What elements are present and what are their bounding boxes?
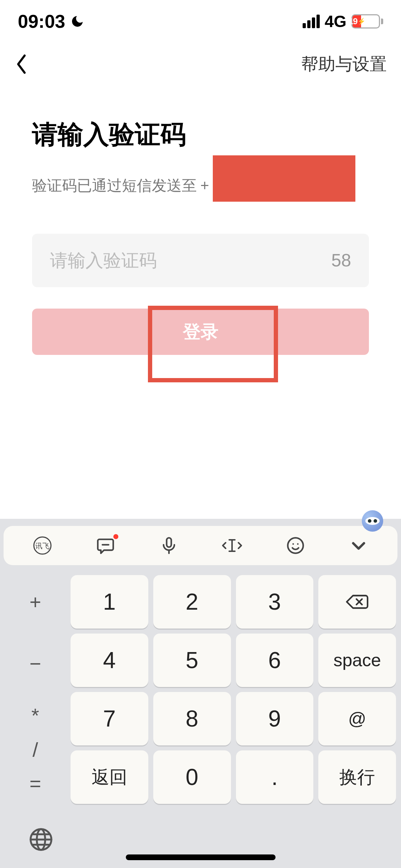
phone-prefix: + — [200, 177, 209, 194]
key-6[interactable]: 6 — [236, 634, 314, 687]
page-title: 请输入验证码 — [32, 118, 369, 152]
battery-bolt: ⚡ — [358, 17, 365, 25]
ime-brand-icon: 讯飞 — [32, 536, 52, 556]
annotation-frame — [148, 306, 278, 382]
globe-icon — [29, 827, 53, 852]
key-3[interactable]: 3 — [236, 575, 314, 629]
cursor-control-button[interactable] — [221, 535, 243, 556]
resend-countdown: 58 — [331, 250, 351, 271]
svg-point-8 — [288, 538, 303, 553]
chevron-down-icon — [349, 536, 368, 555]
ime-brand-button[interactable]: 讯飞 — [32, 535, 53, 556]
chevron-left-icon — [14, 53, 29, 75]
key-7[interactable]: 7 — [71, 692, 148, 745]
assistant-avatar-icon[interactable] — [362, 510, 383, 532]
network-type: 4G — [325, 12, 346, 31]
key-4[interactable]: 4 — [71, 634, 148, 687]
svg-rect-3 — [166, 538, 171, 547]
phone-redaction-block — [213, 155, 355, 202]
emoji-icon — [286, 536, 305, 555]
signal-icon — [303, 15, 320, 28]
key-5[interactable]: 5 — [153, 634, 231, 687]
voice-input-button[interactable] — [158, 535, 180, 556]
key-plus[interactable]: + — [5, 575, 66, 629]
key-minus-label: − — [30, 652, 41, 675]
key-at[interactable]: @ — [318, 692, 396, 745]
keyboard-grid: + 1 2 3 − * 4 5 6 space 7 8 9 @ / = 返回 0… — [0, 570, 401, 811]
key-backspace[interactable] — [318, 575, 396, 629]
notification-dot-icon — [113, 534, 118, 539]
clipboard-button[interactable] — [95, 535, 116, 556]
key-slash-label: / — [32, 738, 38, 761]
battery-icon: 19⚡ — [351, 14, 383, 29]
key-2[interactable]: 2 — [153, 575, 231, 629]
subtitle-row: 验证码已通过短信发送至 + — [32, 162, 369, 209]
keyboard-toolbar: 讯飞 — [4, 526, 397, 565]
back-button[interactable] — [14, 53, 29, 75]
status-bar: 09:03 4G 19⚡ — [0, 0, 401, 43]
cursor-move-icon — [221, 536, 243, 555]
help-settings-link[interactable]: 帮助与设置 — [301, 53, 387, 76]
login-button[interactable]: 登录 — [32, 309, 369, 355]
backspace-icon — [345, 593, 370, 611]
svg-text:讯飞: 讯飞 — [35, 542, 50, 550]
moon-icon — [70, 14, 84, 29]
key-9[interactable]: 9 — [236, 692, 314, 745]
content: 请输入验证码 验证码已通过短信发送至 + 请输入验证码 58 登录 — [0, 86, 401, 355]
key-side-slash-equals[interactable]: / = — [5, 750, 66, 804]
code-input[interactable]: 请输入验证码 58 — [32, 234, 369, 287]
key-equals-label: = — [30, 772, 41, 795]
key-side-minus-star[interactable]: − * — [5, 634, 66, 745]
subtitle-text: 验证码已通过短信发送至 — [32, 176, 197, 196]
microphone-icon — [160, 536, 178, 555]
battery-percent: 19 — [349, 16, 358, 26]
key-0[interactable]: 0 — [153, 750, 231, 804]
collapse-keyboard-button[interactable] — [348, 535, 369, 556]
status-right: 4G 19⚡ — [303, 12, 383, 31]
key-space[interactable]: space — [318, 634, 396, 687]
key-8[interactable]: 8 — [153, 692, 231, 745]
emoji-button[interactable] — [285, 535, 306, 556]
svg-point-9 — [292, 543, 294, 545]
nav-bar: 帮助与设置 — [0, 43, 401, 86]
status-left: 09:03 — [18, 11, 84, 32]
key-return[interactable]: 返回 — [71, 750, 148, 804]
globe-button[interactable] — [29, 827, 53, 852]
home-indicator[interactable] — [126, 854, 276, 860]
key-newline[interactable]: 换行 — [318, 750, 396, 804]
key-star-label: * — [31, 704, 39, 727]
key-dot[interactable]: . — [236, 750, 314, 804]
status-time: 09:03 — [18, 11, 65, 32]
keyboard-area: 讯飞 + 1 2 3 — [0, 519, 401, 868]
code-input-placeholder: 请输入验证码 — [50, 249, 157, 273]
key-1[interactable]: 1 — [71, 575, 148, 629]
message-square-icon — [96, 536, 115, 555]
svg-point-10 — [297, 543, 298, 545]
